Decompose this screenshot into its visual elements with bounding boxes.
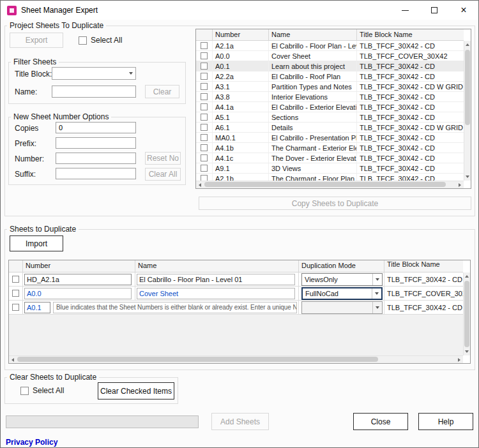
sheet-name: 3D Views	[269, 163, 357, 173]
copies-input[interactable]	[56, 122, 136, 133]
row-checkbox[interactable]	[201, 154, 208, 161]
filter-clear-button[interactable]: Clear	[145, 85, 179, 98]
duplicate-table-vscrollbar[interactable]	[463, 273, 470, 355]
project-table-hscrollbar[interactable]	[196, 181, 464, 188]
app-icon	[7, 6, 17, 15]
hscroll-thumb[interactable]	[204, 182, 446, 187]
duplicate-sheet-row[interactable]: A0.0 Cover Sheet FullNoCad TLB_TFCF_COVE…	[9, 287, 463, 301]
row-checkbox-cell	[9, 287, 23, 300]
number-input[interactable]	[56, 153, 136, 164]
sheet-number: A2.1a	[213, 41, 269, 50]
help-button[interactable]: Help	[418, 413, 473, 430]
row-checkbox[interactable]	[201, 63, 208, 70]
add-sheets-button[interactable]: Add Sheets	[211, 413, 269, 430]
scroll-up-icon[interactable]	[464, 41, 471, 49]
privacy-policy-link[interactable]: Privacy Policy	[6, 438, 57, 447]
duplication-mode-select[interactable]: ViewsOnly	[301, 273, 383, 286]
project-sheet-row[interactable]: A0.1Learn about this projectTLB_TFCF_30X…	[196, 61, 464, 71]
project-sheet-row[interactable]: A3.8Interior ElevationsTLB_TFCF_30X42 - …	[196, 92, 464, 102]
sheet-name-cell: Cover Sheet	[135, 287, 299, 300]
project-sheet-row[interactable]: A5.1SectionsTLB_TFCF_30X42 - CD	[196, 112, 464, 123]
sheet-number-and-note-cell: A0.1 Blue indicates that the Sheet Numbe…	[23, 301, 299, 314]
clear-all-button[interactable]: Clear All	[145, 168, 181, 181]
suffix-input[interactable]	[56, 168, 136, 179]
project-sheet-row[interactable]: A2.2aEl Cabrillo - Roof PlanTLB_TFCF_30X…	[196, 71, 464, 82]
project-sheet-row[interactable]: A3.1Partition Types and NotesTLB_TFCF_30…	[196, 82, 464, 92]
duplication-mode-cell: ViewsOnly	[299, 273, 384, 286]
vscroll-thumb[interactable]	[465, 50, 470, 125]
sheet-title-block: TLB_TFCF_30X42 - CD	[384, 273, 463, 286]
chevron-down-icon	[372, 288, 381, 299]
copy-sheets-to-duplicate-button[interactable]: Copy Sheets to Duplicate	[199, 197, 471, 210]
scroll-right-icon[interactable]	[455, 356, 463, 363]
scroll-left-icon[interactable]	[196, 181, 204, 188]
minimize-button[interactable]	[390, 1, 420, 20]
duplication-mode-select[interactable]: FullNoCad	[301, 287, 383, 300]
row-checkbox[interactable]	[12, 276, 19, 283]
project-sheet-row[interactable]: A6.1DetailsTLB_TFCF_30X42 - CD W GRID	[196, 123, 464, 133]
row-checkbox[interactable]	[201, 73, 208, 80]
reset-number-button[interactable]: Reset No	[145, 152, 181, 165]
row-checkbox[interactable]	[201, 134, 208, 141]
sheet-number-input[interactable]: A0.0	[24, 288, 132, 299]
scroll-up-icon[interactable]	[464, 273, 470, 280]
row-checkbox[interactable]	[12, 290, 19, 297]
sheet-name-input[interactable]: El Cabrillo - Floor Plan - Level 01	[137, 274, 295, 285]
close-button[interactable]: ×	[449, 1, 478, 20]
sheet-number-input[interactable]: A0.1	[24, 302, 50, 313]
import-button[interactable]: Import	[10, 235, 63, 251]
title-block-select[interactable]	[52, 67, 136, 80]
clear-select-all-checkbox[interactable]	[20, 387, 29, 395]
row-checkbox[interactable]	[201, 124, 208, 131]
sheet-title-block: TLB_TFCF_30X42 - CD	[357, 102, 464, 112]
maximize-button[interactable]	[420, 1, 449, 20]
project-sheet-row[interactable]: A0.0Cover SheetTLB_TFCF_COVER_30X42	[196, 51, 464, 61]
scroll-right-icon[interactable]	[456, 181, 464, 188]
clear-select-all[interactable]: Select All	[20, 386, 64, 395]
project-select-all-checkbox[interactable]	[79, 36, 87, 45]
row-checkbox[interactable]	[201, 114, 208, 121]
duplicate-sheet-row[interactable]: A0.1 Blue indicates that the Sheet Numbe…	[9, 301, 463, 315]
duplicate-sheet-row[interactable]: HD_A2.1a El Cabrillo - Floor Plan - Leve…	[9, 273, 463, 287]
project-select-all[interactable]: Select All	[79, 36, 122, 45]
project-sheet-row[interactable]: A2.1aEl Cabrillo - Floor Plan - Level 01…	[196, 41, 464, 51]
vscroll-thumb[interactable]	[464, 281, 469, 347]
filter-name-input[interactable]	[52, 86, 136, 98]
close-dialog-button[interactable]: Close	[353, 413, 408, 430]
row-checkbox[interactable]	[201, 52, 208, 59]
project-sheet-row[interactable]: A9.13D ViewsTLB_TFCF_30X42 - CD	[196, 163, 464, 174]
project-sheet-row[interactable]: MA0.1El Cabrillo - Presentation PlanTLB_…	[196, 133, 464, 143]
row-checkbox-cell	[9, 273, 23, 286]
sheet-number-input[interactable]: HD_A2.1a	[24, 274, 132, 285]
project-sheet-row[interactable]: A4.1bThe Charmant - Exterior ElevationsT…	[196, 143, 464, 153]
export-button[interactable]: Export	[10, 33, 63, 48]
project-sheet-row[interactable]: A4.1cThe Dover - Exterior ElevationsTLB_…	[196, 153, 464, 163]
row-checkbox[interactable]	[201, 144, 208, 151]
clear-checked-items-button[interactable]: Clear Checked Items	[98, 382, 174, 399]
duplication-mode-value: ViewsOnly	[302, 276, 372, 283]
project-sheets-table: Number Name Title Block Name A2.1aEl Cab…	[195, 29, 471, 189]
hscroll-thumb[interactable]	[17, 357, 378, 362]
sheet-name-input[interactable]: Cover Sheet	[137, 288, 295, 299]
project-sheet-row[interactable]: A4.1aEl Cabrillo - Exterior ElevationsTL…	[196, 102, 464, 112]
row-checkbox[interactable]	[201, 103, 208, 110]
sheet-number: A4.1c	[213, 153, 269, 163]
sheet-name: El Cabrillo - Floor Plan - Level 01	[269, 41, 357, 50]
header-title-block: Title Block Name	[357, 29, 464, 40]
project-sheet-row[interactable]: A2.1bThe Charmant - Floor Plan - Level 0…	[196, 174, 464, 181]
row-checkbox[interactable]	[201, 93, 208, 100]
row-checkbox[interactable]	[201, 165, 208, 172]
project-table-vscrollbar[interactable]	[464, 41, 471, 181]
row-checkbox[interactable]	[12, 304, 19, 311]
scroll-down-icon[interactable]	[464, 348, 470, 355]
row-checkbox[interactable]	[201, 83, 208, 90]
duplicate-table-hscrollbar[interactable]	[9, 355, 463, 363]
prefix-input[interactable]	[56, 137, 136, 149]
row-checkbox[interactable]	[201, 42, 208, 49]
scroll-left-icon[interactable]	[9, 356, 17, 363]
sheet-number-cell: A0.0	[23, 287, 135, 300]
sheet-title-block: TLB_TFCF_30X42 - CD	[357, 71, 464, 81]
scroll-down-icon[interactable]	[464, 173, 471, 181]
duplication-mode-select[interactable]	[301, 301, 383, 314]
row-checkbox[interactable]	[201, 175, 208, 181]
